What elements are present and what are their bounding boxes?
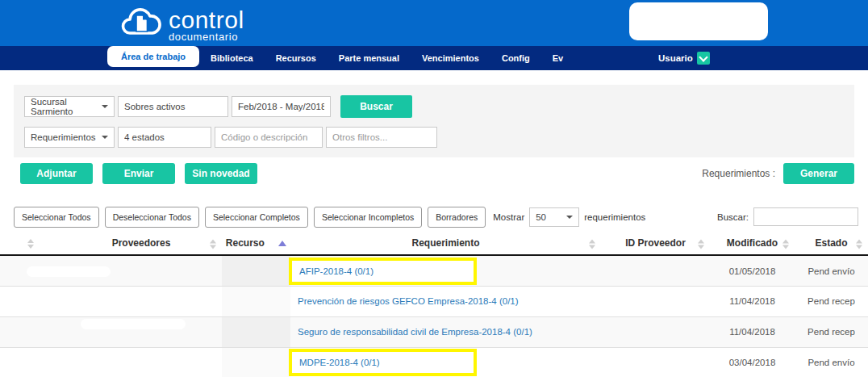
row-estado-cell: Pend envío [795, 255, 868, 286]
row-id-proveedor-cell [601, 347, 710, 377]
requerimientos-table: Proveedores Recurso Requerimiento ID Pro… [0, 233, 868, 377]
nav-tab-config[interactable]: Config [490, 46, 541, 70]
requerimiento-link[interactable]: Seguro de responsabilidad civil de Empre… [298, 327, 532, 337]
row-requerimiento-cell: MDPE-2018-4 (0/1) [290, 347, 601, 377]
redacted-provider [27, 297, 111, 308]
column-header-id-proveedor[interactable]: ID Proveedor [601, 233, 710, 255]
column-label: ID Proveedor [625, 237, 686, 249]
table-body: AFIP-2018-4 (0/1) 01/05/2018 Pend envío … [0, 255, 868, 377]
adjuntar-button[interactable]: Adjuntar [20, 163, 93, 184]
borradores-button[interactable]: Borradores [428, 207, 486, 228]
periodo-input[interactable] [232, 96, 331, 117]
chevron-down-icon[interactable] [697, 52, 710, 65]
sort-ascending-icon[interactable] [278, 241, 286, 246]
estados-input[interactable] [118, 127, 211, 148]
column-header-recurso[interactable]: Recurso [222, 233, 290, 255]
row-select-cell[interactable] [0, 347, 61, 377]
redacted-provider [81, 319, 186, 329]
nav-tab--rea-de-trabajo[interactable]: Área de trabajo [107, 46, 199, 67]
otros-filtros-input[interactable] [326, 127, 437, 148]
sort-icon[interactable] [589, 239, 595, 249]
sin-novedad-button[interactable]: Sin novedad [185, 163, 257, 184]
row-recurso-cell [222, 347, 290, 377]
enviar-button[interactable]: Enviar [102, 163, 175, 184]
table-search-group: Buscar: [717, 207, 858, 226]
seleccionar-todos-button[interactable]: Seleccionar Todos [14, 207, 99, 228]
generar-button[interactable]: Generar [783, 163, 854, 184]
row-estado-cell: Pend recep [795, 286, 868, 316]
requerimiento-highlight-box: Seguro de responsabilidad civil de Empre… [298, 327, 532, 337]
requerimiento-highlight-box: Prevención de riesgos GEFCO Empresa-2018… [298, 296, 519, 306]
row-modificado-cell: 03/04/2018 [710, 347, 795, 377]
row-id-proveedor-cell [601, 255, 710, 286]
column-label: Recurso [226, 237, 265, 249]
row-id-proveedor-cell [601, 316, 710, 347]
sort-icon[interactable] [210, 239, 216, 249]
nav-tabs: Área de trabajoBibliotecaRecursosParte m… [107, 46, 574, 70]
nav-tab-ev[interactable]: Ev [541, 46, 574, 70]
tipo-select[interactable]: Requerimientos [24, 127, 115, 148]
row-modificado-cell: 11/04/2018 [710, 286, 795, 316]
table-row: AFIP-2018-4 (0/1) 01/05/2018 Pend envío [0, 255, 868, 286]
table-row: Prevención de riesgos GEFCO Empresa-2018… [0, 286, 868, 316]
column-label: Requerimiento [411, 237, 479, 249]
redacted-area [629, 2, 768, 40]
row-select-cell[interactable] [0, 255, 61, 286]
row-requerimiento-cell: Prevención de riesgos GEFCO Empresa-2018… [290, 286, 601, 316]
column-label: Estado [815, 237, 847, 249]
table-row: Seguro de responsabilidad civil de Empre… [0, 316, 868, 347]
seleccionar-completos-button[interactable]: Seleccionar Completos [205, 207, 308, 228]
column-header-proveedores[interactable]: Proveedores [61, 233, 222, 255]
page-size-select[interactable]: 50 [529, 207, 579, 227]
nav-tab-parte-mensual[interactable]: Parte mensual [328, 46, 411, 70]
row-recurso-cell [222, 255, 290, 286]
app-header: control documentario [0, 0, 868, 46]
table-controls: Seleccionar TodosDeseleccionar TodosSele… [14, 206, 858, 228]
filter-row-1: Sucursal Sarmiento Buscar [24, 95, 844, 118]
row-select-cell[interactable] [0, 286, 61, 316]
table-search-input[interactable] [753, 207, 858, 226]
requerimiento-link[interactable]: MDPE-2018-4 (0/1) [299, 358, 380, 367]
user-menu-label: Usuario [658, 53, 693, 63]
row-select-cell[interactable] [0, 316, 61, 347]
codigo-input[interactable] [215, 127, 323, 148]
tipo-select-value: Requerimientos [31, 132, 96, 142]
deseleccionar-todos-button[interactable]: Deseleccionar Todos [105, 207, 199, 228]
row-recurso-cell [222, 286, 290, 316]
sobres-input[interactable] [118, 96, 228, 117]
column-header-select[interactable] [0, 233, 61, 255]
nav-tab-vencimientos[interactable]: Vencimientos [411, 46, 490, 70]
row-recurso-cell [222, 316, 290, 347]
sucursal-select-value: Sucursal Sarmiento [31, 97, 97, 116]
logo-subtitle: documentario [169, 31, 244, 42]
redacted-provider [27, 266, 111, 277]
user-menu[interactable]: Usuario [658, 46, 710, 70]
sort-icon[interactable] [27, 238, 34, 249]
seleccionar-incompletos-button[interactable]: Seleccionar Incompletos [314, 207, 422, 228]
sort-icon[interactable] [856, 239, 862, 249]
nav-tab-biblioteca[interactable]: Biblioteca [199, 46, 265, 70]
column-header-requerimiento[interactable]: Requerimiento [290, 233, 601, 255]
row-requerimiento-cell: Seguro de responsabilidad civil de Empre… [290, 316, 601, 347]
logo-title: control [169, 8, 244, 31]
buscar-button[interactable]: Buscar [340, 95, 412, 118]
column-header-modificado[interactable]: Modificado [710, 233, 795, 255]
sort-icon[interactable] [782, 239, 789, 249]
requerimientos-label: Requerimientos : [702, 168, 775, 179]
column-header-estado[interactable]: Estado [795, 233, 868, 255]
caret-down-icon [102, 136, 108, 142]
table-header-row: Proveedores Recurso Requerimiento ID Pro… [0, 233, 868, 255]
row-estado-cell: Pend recep [795, 316, 868, 347]
app-logo: control documentario [119, 4, 244, 45]
requerimiento-link[interactable]: Prevención de riesgos GEFCO Empresa-2018… [298, 296, 519, 306]
table-row: MDPE-2018-4 (0/1) 03/04/2018 Pend envío [0, 347, 868, 377]
sort-icon[interactable] [698, 239, 704, 249]
row-modificado-cell: 11/04/2018 [710, 316, 795, 347]
sucursal-select[interactable]: Sucursal Sarmiento [24, 96, 115, 117]
nav-tab-recursos[interactable]: Recursos [265, 46, 328, 70]
filter-row-2: Requerimientos [24, 127, 844, 148]
table-search-label: Buscar: [717, 212, 749, 222]
selection-buttons: Seleccionar TodosDeseleccionar TodosSele… [14, 207, 486, 228]
mostrar-suffix-label: requerimientos [584, 212, 645, 222]
requerimiento-link[interactable]: AFIP-2018-4 (0/1) [299, 266, 373, 276]
